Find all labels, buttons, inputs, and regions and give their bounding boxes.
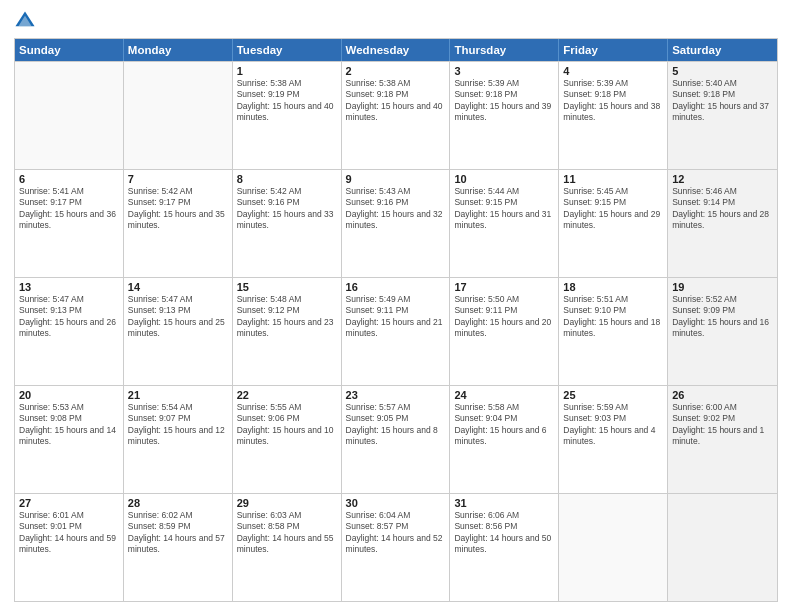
header xyxy=(14,10,778,32)
day-number: 15 xyxy=(237,281,337,293)
day-number: 10 xyxy=(454,173,554,185)
day-info: Sunrise: 5:39 AM Sunset: 9:18 PM Dayligh… xyxy=(563,78,663,124)
calendar-cell xyxy=(124,62,233,169)
calendar-header-row: SundayMondayTuesdayWednesdayThursdayFrid… xyxy=(15,39,777,61)
day-info: Sunrise: 5:55 AM Sunset: 9:06 PM Dayligh… xyxy=(237,402,337,448)
day-number: 17 xyxy=(454,281,554,293)
calendar-cell: 7Sunrise: 5:42 AM Sunset: 9:17 PM Daylig… xyxy=(124,170,233,277)
calendar-cell: 9Sunrise: 5:43 AM Sunset: 9:16 PM Daylig… xyxy=(342,170,451,277)
day-info: Sunrise: 5:40 AM Sunset: 9:18 PM Dayligh… xyxy=(672,78,773,124)
calendar-cell: 20Sunrise: 5:53 AM Sunset: 9:08 PM Dayli… xyxy=(15,386,124,493)
calendar-cell: 21Sunrise: 5:54 AM Sunset: 9:07 PM Dayli… xyxy=(124,386,233,493)
day-info: Sunrise: 5:59 AM Sunset: 9:03 PM Dayligh… xyxy=(563,402,663,448)
day-number: 31 xyxy=(454,497,554,509)
calendar: SundayMondayTuesdayWednesdayThursdayFrid… xyxy=(14,38,778,602)
day-number: 3 xyxy=(454,65,554,77)
day-info: Sunrise: 5:47 AM Sunset: 9:13 PM Dayligh… xyxy=(128,294,228,340)
day-number: 23 xyxy=(346,389,446,401)
day-info: Sunrise: 5:50 AM Sunset: 9:11 PM Dayligh… xyxy=(454,294,554,340)
day-number: 29 xyxy=(237,497,337,509)
calendar-cell: 24Sunrise: 5:58 AM Sunset: 9:04 PM Dayli… xyxy=(450,386,559,493)
calendar-cell: 1Sunrise: 5:38 AM Sunset: 9:19 PM Daylig… xyxy=(233,62,342,169)
day-number: 12 xyxy=(672,173,773,185)
day-number: 14 xyxy=(128,281,228,293)
calendar-cell: 22Sunrise: 5:55 AM Sunset: 9:06 PM Dayli… xyxy=(233,386,342,493)
calendar-body: 1Sunrise: 5:38 AM Sunset: 9:19 PM Daylig… xyxy=(15,61,777,601)
calendar-cell: 29Sunrise: 6:03 AM Sunset: 8:58 PM Dayli… xyxy=(233,494,342,601)
day-info: Sunrise: 5:44 AM Sunset: 9:15 PM Dayligh… xyxy=(454,186,554,232)
calendar-cell: 13Sunrise: 5:47 AM Sunset: 9:13 PM Dayli… xyxy=(15,278,124,385)
day-number: 7 xyxy=(128,173,228,185)
day-info: Sunrise: 5:42 AM Sunset: 9:16 PM Dayligh… xyxy=(237,186,337,232)
day-number: 6 xyxy=(19,173,119,185)
calendar-cell: 28Sunrise: 6:02 AM Sunset: 8:59 PM Dayli… xyxy=(124,494,233,601)
calendar-week-row: 6Sunrise: 5:41 AM Sunset: 9:17 PM Daylig… xyxy=(15,169,777,277)
calendar-week-row: 1Sunrise: 5:38 AM Sunset: 9:19 PM Daylig… xyxy=(15,61,777,169)
day-info: Sunrise: 5:41 AM Sunset: 9:17 PM Dayligh… xyxy=(19,186,119,232)
calendar-cell xyxy=(15,62,124,169)
calendar-week-row: 20Sunrise: 5:53 AM Sunset: 9:08 PM Dayli… xyxy=(15,385,777,493)
day-info: Sunrise: 6:01 AM Sunset: 9:01 PM Dayligh… xyxy=(19,510,119,556)
day-number: 26 xyxy=(672,389,773,401)
calendar-cell: 12Sunrise: 5:46 AM Sunset: 9:14 PM Dayli… xyxy=(668,170,777,277)
day-number: 5 xyxy=(672,65,773,77)
day-info: Sunrise: 6:02 AM Sunset: 8:59 PM Dayligh… xyxy=(128,510,228,556)
day-number: 1 xyxy=(237,65,337,77)
calendar-cell: 25Sunrise: 5:59 AM Sunset: 9:03 PM Dayli… xyxy=(559,386,668,493)
day-info: Sunrise: 5:39 AM Sunset: 9:18 PM Dayligh… xyxy=(454,78,554,124)
calendar-header-cell: Saturday xyxy=(668,39,777,61)
calendar-cell: 14Sunrise: 5:47 AM Sunset: 9:13 PM Dayli… xyxy=(124,278,233,385)
day-number: 2 xyxy=(346,65,446,77)
calendar-cell: 3Sunrise: 5:39 AM Sunset: 9:18 PM Daylig… xyxy=(450,62,559,169)
calendar-cell: 30Sunrise: 6:04 AM Sunset: 8:57 PM Dayli… xyxy=(342,494,451,601)
day-number: 22 xyxy=(237,389,337,401)
calendar-cell: 18Sunrise: 5:51 AM Sunset: 9:10 PM Dayli… xyxy=(559,278,668,385)
day-info: Sunrise: 6:00 AM Sunset: 9:02 PM Dayligh… xyxy=(672,402,773,448)
calendar-cell: 8Sunrise: 5:42 AM Sunset: 9:16 PM Daylig… xyxy=(233,170,342,277)
calendar-header-cell: Tuesday xyxy=(233,39,342,61)
day-info: Sunrise: 6:06 AM Sunset: 8:56 PM Dayligh… xyxy=(454,510,554,556)
calendar-week-row: 27Sunrise: 6:01 AM Sunset: 9:01 PM Dayli… xyxy=(15,493,777,601)
calendar-cell: 19Sunrise: 5:52 AM Sunset: 9:09 PM Dayli… xyxy=(668,278,777,385)
day-info: Sunrise: 5:51 AM Sunset: 9:10 PM Dayligh… xyxy=(563,294,663,340)
day-number: 21 xyxy=(128,389,228,401)
day-info: Sunrise: 6:03 AM Sunset: 8:58 PM Dayligh… xyxy=(237,510,337,556)
calendar-cell xyxy=(668,494,777,601)
calendar-header-cell: Monday xyxy=(124,39,233,61)
day-number: 13 xyxy=(19,281,119,293)
calendar-header-cell: Friday xyxy=(559,39,668,61)
calendar-header-cell: Sunday xyxy=(15,39,124,61)
day-info: Sunrise: 5:52 AM Sunset: 9:09 PM Dayligh… xyxy=(672,294,773,340)
logo xyxy=(14,10,40,32)
logo-icon xyxy=(14,10,36,32)
day-number: 11 xyxy=(563,173,663,185)
day-info: Sunrise: 5:57 AM Sunset: 9:05 PM Dayligh… xyxy=(346,402,446,448)
day-info: Sunrise: 5:38 AM Sunset: 9:19 PM Dayligh… xyxy=(237,78,337,124)
calendar-cell: 31Sunrise: 6:06 AM Sunset: 8:56 PM Dayli… xyxy=(450,494,559,601)
day-number: 25 xyxy=(563,389,663,401)
day-info: Sunrise: 5:58 AM Sunset: 9:04 PM Dayligh… xyxy=(454,402,554,448)
day-number: 24 xyxy=(454,389,554,401)
day-number: 4 xyxy=(563,65,663,77)
calendar-week-row: 13Sunrise: 5:47 AM Sunset: 9:13 PM Dayli… xyxy=(15,277,777,385)
day-info: Sunrise: 5:47 AM Sunset: 9:13 PM Dayligh… xyxy=(19,294,119,340)
day-info: Sunrise: 6:04 AM Sunset: 8:57 PM Dayligh… xyxy=(346,510,446,556)
day-info: Sunrise: 5:49 AM Sunset: 9:11 PM Dayligh… xyxy=(346,294,446,340)
day-number: 27 xyxy=(19,497,119,509)
calendar-cell: 27Sunrise: 6:01 AM Sunset: 9:01 PM Dayli… xyxy=(15,494,124,601)
page: SundayMondayTuesdayWednesdayThursdayFrid… xyxy=(0,0,792,612)
day-info: Sunrise: 5:46 AM Sunset: 9:14 PM Dayligh… xyxy=(672,186,773,232)
calendar-header-cell: Thursday xyxy=(450,39,559,61)
calendar-cell: 26Sunrise: 6:00 AM Sunset: 9:02 PM Dayli… xyxy=(668,386,777,493)
day-info: Sunrise: 5:48 AM Sunset: 9:12 PM Dayligh… xyxy=(237,294,337,340)
calendar-cell: 10Sunrise: 5:44 AM Sunset: 9:15 PM Dayli… xyxy=(450,170,559,277)
day-info: Sunrise: 5:53 AM Sunset: 9:08 PM Dayligh… xyxy=(19,402,119,448)
day-number: 19 xyxy=(672,281,773,293)
day-info: Sunrise: 5:42 AM Sunset: 9:17 PM Dayligh… xyxy=(128,186,228,232)
calendar-cell xyxy=(559,494,668,601)
calendar-cell: 6Sunrise: 5:41 AM Sunset: 9:17 PM Daylig… xyxy=(15,170,124,277)
day-number: 20 xyxy=(19,389,119,401)
day-info: Sunrise: 5:43 AM Sunset: 9:16 PM Dayligh… xyxy=(346,186,446,232)
calendar-cell: 17Sunrise: 5:50 AM Sunset: 9:11 PM Dayli… xyxy=(450,278,559,385)
calendar-cell: 15Sunrise: 5:48 AM Sunset: 9:12 PM Dayli… xyxy=(233,278,342,385)
